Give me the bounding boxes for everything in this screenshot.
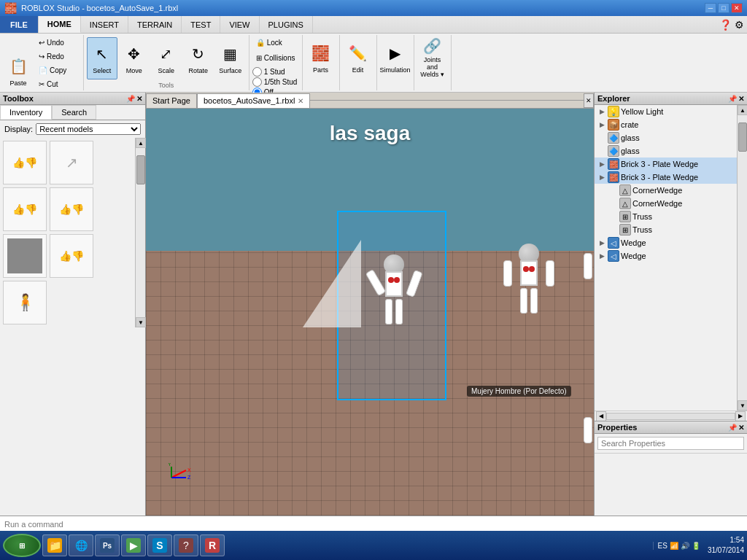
- toolbox-item[interactable]: 🧍: [3, 281, 47, 324]
- viewport-tab-startpage[interactable]: Start Page: [146, 93, 197, 108]
- maximize-button[interactable]: □: [718, 3, 729, 13]
- explorer-item-crate[interactable]: ▶ 📦 crate: [595, 118, 737, 131]
- select-button[interactable]: ↖ Select: [87, 37, 117, 79]
- move-button[interactable]: ✥ Move: [119, 37, 150, 79]
- explorer-item-wedge1[interactable]: ▶ ◁ Wedge: [595, 236, 737, 249]
- ribbon-tab-home[interactable]: HOME: [39, 16, 81, 33]
- toolbox-item[interactable]: 👍👎: [50, 187, 93, 231]
- explorer-item-cornerwedge2[interactable]: △ CornerWedge: [595, 197, 737, 210]
- stud-5th-option[interactable]: 1/5th Stud: [252, 77, 298, 87]
- vscroll-track[interactable]: [136, 148, 145, 317]
- start-button[interactable]: ⊞: [3, 534, 41, 557]
- explorer-item-wedge2[interactable]: ▶ ◁ Wedge: [595, 249, 737, 262]
- undo-button[interactable]: ↩ Undo: [35, 36, 80, 49]
- lock-button[interactable]: 🔒 Lock: [252, 36, 286, 49]
- ribbon-tab-insert[interactable]: INSERT: [81, 16, 128, 33]
- toolbox-item[interactable]: ↗: [50, 141, 93, 184]
- surface-button[interactable]: ▦ Surface: [215, 37, 246, 79]
- toolbox-item[interactable]: 👍👎: [50, 234, 93, 278]
- ribbon-tab-terrain[interactable]: TERRAIN: [128, 16, 182, 33]
- stud-1-option[interactable]: 1 Stud: [252, 67, 298, 77]
- toolbox-tab-search[interactable]: Search: [52, 105, 96, 120]
- expand-arrow-glass2[interactable]: [597, 147, 606, 155]
- figure-1[interactable]: [365, 254, 423, 324]
- tab-close-all-button[interactable]: ✕: [584, 93, 594, 108]
- edit-button[interactable]: ✏️ Edit: [343, 36, 374, 79]
- expand-arrow-crate[interactable]: ▶: [597, 121, 606, 128]
- explorer-item-truss2[interactable]: ⊞ Truss: [595, 223, 737, 236]
- vscroll-thumb[interactable]: [136, 155, 145, 184]
- explorer-vscroll-down[interactable]: ▼: [738, 400, 747, 411]
- explorer-item-brick2[interactable]: ▶ 🧱 Brick 3 - Plate Wedge: [595, 171, 737, 184]
- cut-button[interactable]: ✂ Cut: [35, 78, 80, 90]
- command-input[interactable]: [0, 520, 747, 529]
- expand-arrow-wedge2[interactable]: ▶: [597, 252, 606, 260]
- explorer-vscroll-track[interactable]: [738, 115, 747, 400]
- ribbon-tab-view[interactable]: VIEW: [220, 16, 259, 33]
- toolbox-item[interactable]: [3, 234, 47, 278]
- redo-button[interactable]: ↪ Redo: [35, 50, 80, 63]
- explorer-item-truss1[interactable]: ⊞ Truss: [595, 210, 737, 223]
- ribbon-tab-test[interactable]: TEST: [182, 16, 220, 33]
- expand-arrow-truss1[interactable]: [609, 213, 618, 220]
- vscroll-up-btn[interactable]: ▲: [136, 138, 146, 148]
- properties-pin-icon[interactable]: 📌: [728, 424, 737, 432]
- taskbar-app-roblox[interactable]: R: [200, 534, 225, 556]
- joints-welds-button[interactable]: 🔗 Joints and Welds ▾: [417, 36, 448, 79]
- explorer-pin-icon[interactable]: 📌: [728, 95, 737, 103]
- taskbar-app-photoshop[interactable]: Ps: [95, 534, 120, 556]
- figure-4[interactable]: [584, 400, 594, 470]
- scale-button[interactable]: ⤢ Scale: [151, 37, 182, 79]
- properties-close-icon[interactable]: ✕: [738, 424, 744, 432]
- hscroll-right-btn[interactable]: ▶: [735, 411, 746, 421]
- taskbar-clock[interactable]: 1:54 31/07/2014: [708, 535, 744, 556]
- expand-arrow-brick1[interactable]: ▶: [597, 160, 606, 168]
- minimize-button[interactable]: ─: [705, 3, 716, 13]
- expand-arrow-brick2[interactable]: ▶: [597, 174, 606, 181]
- explorer-item-brick1[interactable]: ▶ 🧱 Brick 3 - Plate Wedge: [595, 158, 737, 171]
- title-bar-controls[interactable]: ─ □ ✕: [705, 3, 743, 13]
- toolbox-pin-icon[interactable]: 📌: [126, 95, 135, 103]
- properties-search-input[interactable]: [597, 437, 744, 450]
- expand-arrow-wedge1[interactable]: ▶: [597, 239, 606, 246]
- help-icon[interactable]: ❓: [719, 19, 732, 31]
- explorer-vscroll-thumb[interactable]: [738, 122, 747, 152]
- explorer-item-cornerwedge1[interactable]: △ CornerWedge: [595, 184, 737, 197]
- hscroll-left-btn[interactable]: ◀: [596, 411, 606, 421]
- toolbox-item[interactable]: 👍👎: [3, 187, 47, 231]
- paste-button[interactable]: 📋 Paste: [3, 50, 34, 92]
- taskbar-app-explorer[interactable]: 📁: [42, 534, 67, 556]
- explorer-close-icon[interactable]: ✕: [738, 95, 744, 103]
- toolbox-display-select[interactable]: Recent models: [36, 123, 141, 135]
- rotate-button[interactable]: ↻ Rotate: [183, 37, 214, 79]
- expand-arrow-cw1[interactable]: [609, 187, 618, 194]
- figure-3[interactable]: [584, 236, 594, 306]
- parts-button[interactable]: 🧱 Parts: [306, 36, 336, 79]
- close-button[interactable]: ✕: [731, 3, 743, 13]
- viewport[interactable]: las saga: [146, 109, 594, 516]
- expand-arrow-truss2[interactable]: [609, 226, 618, 233]
- copy-button[interactable]: 📄 Copy: [35, 64, 80, 77]
- collisions-button[interactable]: ⊞ Collisions: [252, 52, 299, 64]
- figure-2[interactable]: [503, 244, 554, 314]
- toolbox-close-icon[interactable]: ✕: [136, 95, 142, 103]
- toolbox-item[interactable]: 👍👎: [3, 141, 47, 184]
- expand-arrow-yellowlight[interactable]: ▶: [597, 108, 606, 115]
- vscroll-down-btn[interactable]: ▼: [136, 317, 146, 327]
- explorer-item-yellowlight[interactable]: ▶ 💡 Yellow Light: [595, 105, 737, 118]
- settings-icon[interactable]: ⚙: [735, 19, 744, 31]
- taskbar-app-mediaplayer[interactable]: ▶: [121, 534, 146, 556]
- taskbar-app-chrome[interactable]: 🌐: [69, 534, 93, 556]
- expand-arrow-cw2[interactable]: [609, 200, 618, 207]
- explorer-item-glass1[interactable]: 🔷 glass: [595, 131, 737, 144]
- expand-arrow-glass1[interactable]: [597, 134, 606, 141]
- toolbox-tab-inventory[interactable]: Inventory: [0, 105, 52, 120]
- taskbar-app-unknown[interactable]: ?: [174, 534, 198, 556]
- simulation-button[interactable]: ▶ Simulation: [380, 36, 411, 79]
- taskbar-app-skype[interactable]: S: [147, 534, 172, 556]
- scene-tab-close-icon[interactable]: ✕: [298, 97, 303, 105]
- ribbon-tab-file[interactable]: FILE: [0, 16, 39, 33]
- hscroll-track[interactable]: [606, 413, 735, 420]
- viewport-tab-scene[interactable]: bocetos_AutoSave_1.rbxl ✕: [197, 93, 310, 108]
- explorer-item-glass2[interactable]: 🔷 glass: [595, 144, 737, 158]
